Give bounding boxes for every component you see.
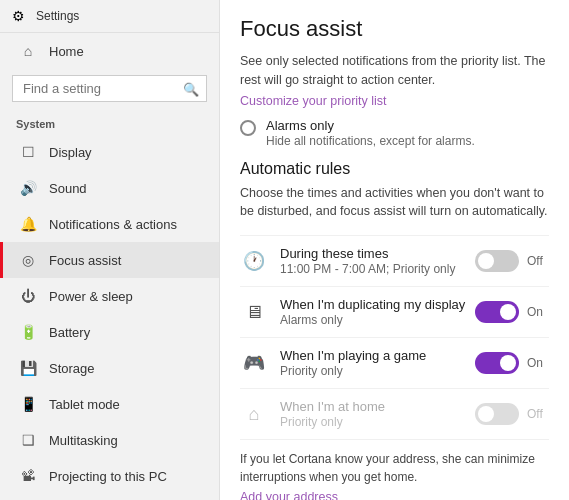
- rule-during-times: 🕐 During these times 11:00 PM - 7:00 AM;…: [240, 235, 549, 286]
- sidebar-item-multitasking[interactable]: ❑ Multitasking: [0, 422, 219, 458]
- rule-during-sub: 11:00 PM - 7:00 AM; Priority only: [280, 262, 455, 276]
- rule-dup-sub: Alarms only: [280, 313, 465, 327]
- sidebar-item-focus[interactable]: ◎ Focus assist: [0, 242, 219, 278]
- rule-dup-title: When I'm duplicating my display: [280, 297, 465, 312]
- sidebar-item-battery-label: Battery: [49, 325, 90, 340]
- multitasking-icon: ❑: [19, 431, 37, 449]
- rule-game-sub: Priority only: [280, 364, 426, 378]
- home-rule-icon: ⌂: [240, 400, 268, 428]
- auto-rules-title: Automatic rules: [240, 160, 549, 178]
- power-icon: ⏻: [19, 287, 37, 305]
- sidebar-item-projecting-label: Projecting to this PC: [49, 469, 167, 484]
- search-box: 🔍: [12, 75, 207, 102]
- sidebar-item-shared[interactable]: ↔ Shared experiences: [0, 494, 219, 500]
- toggle-knob: [500, 304, 516, 320]
- focus-icon: ◎: [19, 251, 37, 269]
- sidebar-item-home-label: Home: [49, 44, 84, 59]
- search-input[interactable]: [12, 75, 207, 102]
- cortana-note: If you let Cortana know your address, sh…: [240, 439, 549, 490]
- sidebar-item-sound-label: Sound: [49, 181, 87, 196]
- rule-game-toggle[interactable]: [475, 352, 519, 374]
- sidebar-item-multitasking-label: Multitasking: [49, 433, 118, 448]
- alarms-only-label: Alarms only: [266, 118, 475, 133]
- rule-home-state: Off: [527, 407, 549, 421]
- sidebar-item-display-label: Display: [49, 145, 92, 160]
- sidebar-item-sound[interactable]: 🔊 Sound: [0, 170, 219, 206]
- alarms-only-radio[interactable]: [240, 120, 256, 136]
- title-bar: ⚙ Settings: [0, 0, 219, 33]
- rule-duplicating: 🖥 When I'm duplicating my display Alarms…: [240, 286, 549, 337]
- rule-home: ⌂ When I'm at home Priority only Off: [240, 388, 549, 439]
- toggle-knob: [478, 406, 494, 422]
- toggle-knob: [500, 355, 516, 371]
- main-content: Focus assist See only selected notificat…: [220, 0, 569, 500]
- clock-icon: 🕐: [240, 247, 268, 275]
- rule-dup-toggle[interactable]: [475, 301, 519, 323]
- alarms-only-text: Alarms only Hide all notifications, exce…: [266, 118, 475, 148]
- rule-dup-state: On: [527, 305, 549, 319]
- display-icon: ☐: [19, 143, 37, 161]
- rule-home-title: When I'm at home: [280, 399, 385, 414]
- sidebar-item-tablet-label: Tablet mode: [49, 397, 120, 412]
- page-title: Focus assist: [240, 16, 549, 42]
- alarms-only-option[interactable]: Alarms only Hide all notifications, exce…: [240, 118, 549, 148]
- sidebar-item-projecting[interactable]: 📽 Projecting to this PC: [0, 458, 219, 494]
- customize-priority-link[interactable]: Customize your priority list: [240, 94, 549, 108]
- system-section-label: System: [0, 112, 219, 134]
- search-icon: 🔍: [183, 81, 199, 96]
- sidebar-item-focus-label: Focus assist: [49, 253, 121, 268]
- tablet-icon: 📱: [19, 395, 37, 413]
- sidebar-item-notifications[interactable]: 🔔 Notifications & actions: [0, 206, 219, 242]
- rule-home-toggle[interactable]: [475, 403, 519, 425]
- alarms-only-desc: Hide all notifications, except for alarm…: [266, 134, 475, 148]
- battery-icon: 🔋: [19, 323, 37, 341]
- notifications-icon: 🔔: [19, 215, 37, 233]
- storage-icon: 💾: [19, 359, 37, 377]
- sidebar-item-storage-label: Storage: [49, 361, 95, 376]
- rule-gaming: 🎮 When I'm playing a game Priority only …: [240, 337, 549, 388]
- sidebar: ⚙ Settings ⌂ Home 🔍 System ☐ Display 🔊 S…: [0, 0, 220, 500]
- sidebar-item-tablet[interactable]: 📱 Tablet mode: [0, 386, 219, 422]
- sound-icon: 🔊: [19, 179, 37, 197]
- sidebar-item-power-label: Power & sleep: [49, 289, 133, 304]
- settings-icon: ⚙: [12, 8, 28, 24]
- projecting-icon: 📽: [19, 467, 37, 485]
- sidebar-item-power[interactable]: ⏻ Power & sleep: [0, 278, 219, 314]
- app-title: Settings: [36, 9, 79, 23]
- gamepad-icon: 🎮: [240, 349, 268, 377]
- sidebar-item-storage[interactable]: 💾 Storage: [0, 350, 219, 386]
- priority-desc: See only selected notifications from the…: [240, 52, 549, 90]
- rule-during-state: Off: [527, 254, 549, 268]
- rule-during-toggle[interactable]: [475, 250, 519, 272]
- sidebar-item-battery[interactable]: 🔋 Battery: [0, 314, 219, 350]
- rule-game-title: When I'm playing a game: [280, 348, 426, 363]
- monitor-icon: 🖥: [240, 298, 268, 326]
- rule-game-state: On: [527, 356, 549, 370]
- rule-home-sub: Priority only: [280, 415, 385, 429]
- sidebar-item-home[interactable]: ⌂ Home: [0, 33, 219, 69]
- sidebar-item-notifications-label: Notifications & actions: [49, 217, 177, 232]
- sidebar-item-display[interactable]: ☐ Display: [0, 134, 219, 170]
- add-address-link[interactable]: Add your address: [240, 490, 549, 500]
- home-icon: ⌂: [19, 42, 37, 60]
- auto-rules-desc: Choose the times and activities when you…: [240, 184, 549, 222]
- rule-during-title: During these times: [280, 246, 455, 261]
- toggle-knob: [478, 253, 494, 269]
